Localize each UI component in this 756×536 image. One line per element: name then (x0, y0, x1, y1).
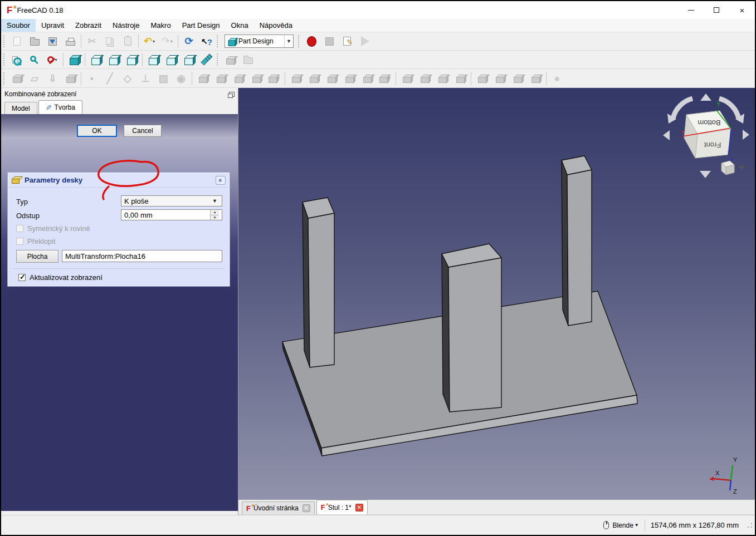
pad-icon (12, 179, 19, 184)
axis-indicator: X Y Z (709, 456, 738, 495)
additive-primitive-icon (269, 77, 277, 83)
print-button[interactable] (62, 33, 79, 49)
create-group-icon (243, 57, 253, 64)
view-bottom-button[interactable] (163, 52, 179, 67)
workbench-selector[interactable]: Part Design ▼ (225, 35, 294, 48)
collapse-button[interactable]: « (216, 176, 226, 185)
close-tab-icon[interactable]: ✕ (303, 504, 310, 512)
navcube-menu-arrow[interactable] (738, 166, 745, 170)
cancel-button[interactable]: Cancel (124, 125, 162, 137)
view-top-button[interactable] (105, 52, 122, 67)
tab-start-page[interactable]: F Úvodní stránka ✕ (242, 501, 315, 514)
menu-makro[interactable]: Makro (145, 19, 177, 32)
navcube-front-label[interactable]: Front (704, 141, 721, 149)
toolbar-separator (546, 72, 547, 85)
tab-tasks[interactable]: Tvorba (38, 100, 82, 114)
toolbar-grip-handle[interactable] (3, 35, 6, 47)
minimize-button[interactable] (678, 1, 704, 19)
spin-down-icon[interactable]: ▼ (211, 215, 219, 220)
offset-label: Odstup (16, 212, 40, 220)
tab-model[interactable]: Model (4, 102, 37, 114)
chevron-down-icon[interactable]: ▼ (284, 35, 293, 47)
title-bar[interactable]: F FreeCAD 0.18 × (1, 1, 755, 19)
save-icon (48, 37, 57, 46)
close-tab-icon[interactable]: ✕ (355, 504, 363, 512)
offset-spinbox[interactable]: 0,00 mm ▲▼ (121, 209, 222, 220)
dropdown-arrow-icon[interactable]: ▾ (153, 39, 155, 44)
float-panel-icon[interactable] (229, 92, 235, 97)
view-axonometric-button[interactable] (66, 52, 82, 67)
type-combobox[interactable]: K ploše ▼ (121, 195, 222, 206)
navcube-x-label: x (681, 129, 684, 135)
panel-bottom-strip (1, 511, 238, 515)
navigation-cube[interactable]: Bottom Front x Y Z (663, 94, 749, 178)
fit-selection-button[interactable] (26, 52, 43, 67)
ok-button[interactable]: OK (77, 125, 117, 137)
update-view-checkbox[interactable]: Aktualizovat zobrazení (18, 273, 103, 282)
local-coordinate-system-icon: ⊥ (141, 73, 150, 83)
macro-edit-button[interactable] (339, 33, 355, 49)
multitransform-button (452, 71, 469, 86)
toolbar-separator (471, 72, 471, 85)
face-button[interactable]: Plocha (16, 250, 58, 263)
nav-arrow-down[interactable] (700, 171, 711, 178)
macro-record-button[interactable] (303, 33, 320, 49)
toolbar-grip-handle[interactable] (3, 53, 6, 66)
undo-button[interactable]: ↶▾ (141, 33, 158, 49)
save-button[interactable] (44, 33, 61, 49)
menu-nastroje[interactable]: Nástroje (107, 19, 145, 32)
draw-style-button[interactable]: ▾ (44, 52, 61, 67)
measure-distance-icon (201, 53, 212, 65)
nav-arrow-up[interactable] (700, 94, 711, 101)
fillet-icon (478, 77, 486, 83)
measure-distance-button[interactable] (198, 52, 215, 67)
toolbar-grip-handle[interactable] (3, 72, 6, 85)
face-input[interactable]: MultiTransform:Plocha16 (62, 250, 222, 262)
menu-upravit[interactable]: Upravit (36, 19, 70, 32)
pad-parameters-header: Parametry desky « (8, 173, 229, 188)
menu-part-design[interactable]: Part Design (177, 19, 226, 32)
dropdown-arrow-icon[interactable]: ▾ (170, 39, 173, 44)
close-button[interactable]: × (729, 1, 755, 19)
menu-soubor[interactable]: Soubor (1, 19, 36, 32)
subtractive-pipe-icon (363, 77, 372, 83)
task-panel: OK Cancel Parametry desky « Typ K ploše … (1, 114, 238, 515)
resize-grip[interactable] (747, 522, 753, 529)
macro-execute-button (357, 33, 373, 49)
middle-leg-front[interactable] (448, 258, 501, 412)
polar-pattern-icon (438, 77, 447, 83)
spin-up-icon[interactable]: ▲ (211, 210, 219, 215)
fit-all-button[interactable] (8, 52, 25, 67)
spin-buttons[interactable]: ▲▼ (210, 210, 219, 220)
view-front-button[interactable] (87, 52, 104, 67)
open-file-button[interactable] (26, 33, 43, 49)
toolbar-grip-handle[interactable] (217, 53, 219, 66)
chevron-down-icon: ▼ (635, 523, 639, 528)
3d-viewport[interactable]: Bottom Front x Y Z X Y (238, 88, 755, 500)
navcube-top-label[interactable]: Bottom (698, 119, 720, 127)
right-leg-front[interactable] (567, 170, 592, 326)
tab-stul-document[interactable]: F Stul : 1* ✕ (316, 500, 368, 514)
toolbar-grip-handle[interactable] (298, 35, 300, 47)
menu-napoveda[interactable]: Nápověda (254, 19, 298, 32)
left-leg-front[interactable] (308, 213, 334, 367)
view-left-button[interactable] (181, 52, 197, 67)
refresh-button[interactable]: ⟳ (181, 33, 197, 49)
chamfer-button (491, 71, 508, 86)
nav-arrow-right[interactable] (743, 130, 749, 140)
offset-value: 0,00 mm (124, 211, 153, 219)
view-rear-button[interactable] (145, 52, 162, 67)
update-view-label: Aktualizovat zobrazení (30, 273, 103, 282)
menu-okna[interactable]: Okna (226, 19, 254, 32)
navigation-style-selector[interactable]: Blende ▼ (612, 522, 638, 529)
maximize-button[interactable] (704, 1, 729, 19)
whats-this-button[interactable] (198, 33, 215, 49)
menu-zobrazit[interactable]: Zobrazit (70, 19, 107, 32)
chevron-down-icon[interactable]: ▼ (211, 196, 219, 206)
groove-icon (328, 77, 336, 83)
table-model[interactable] (282, 156, 637, 456)
nav-arrow-left[interactable] (663, 130, 670, 140)
dropdown-arrow-icon[interactable]: ▾ (55, 57, 57, 62)
toolbar-grip-handle[interactable] (217, 35, 219, 47)
view-right-button[interactable] (123, 52, 140, 67)
